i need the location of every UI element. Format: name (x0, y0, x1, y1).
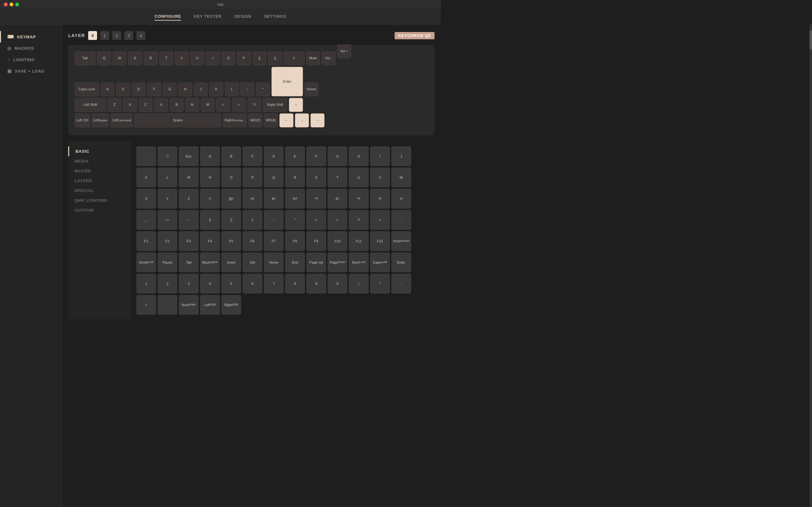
sidebar-item-save-load[interactable]: ▣ SAVE + LOAD (0, 65, 61, 77)
picker-key-o[interactable]: O (221, 168, 241, 187)
key-r[interactable]: R (144, 51, 158, 65)
picker-key-t[interactable]: T (328, 168, 347, 187)
picker-key-a[interactable]: A (200, 147, 220, 166)
picker-key-f9[interactable]: F9 (306, 231, 326, 251)
picker-key-3[interactable]: 3 (179, 274, 199, 293)
picker-key-7[interactable]: 7 (264, 274, 284, 293)
picker-cat-qmk[interactable]: QMK LIGHTING (68, 195, 130, 205)
key-y[interactable]: Y (175, 51, 189, 65)
key-comma[interactable]: <, (216, 98, 230, 112)
key-left-command[interactable]: LeftCommand (110, 113, 133, 127)
picker-key-print-screen[interactable]: PrintScreen (392, 231, 411, 251)
key-backslash[interactable]: |\ (284, 51, 305, 65)
layer-btn-3[interactable]: 3 (124, 31, 133, 40)
key-mute[interactable]: Mute (306, 51, 320, 65)
picker-cat-macro[interactable]: MACRO (68, 166, 130, 176)
picker-key-v[interactable]: V (370, 168, 390, 187)
key-arrow-up[interactable]: ↑ (289, 98, 303, 112)
key-arrow-left[interactable]: ← (280, 113, 293, 127)
key-home[interactable]: Home (305, 82, 318, 96)
picker-key-m[interactable]: M (179, 168, 199, 187)
picker-cat-custom[interactable]: CUSTOM (68, 205, 130, 215)
picker-key-f11[interactable]: F11 (349, 231, 368, 251)
picker-key-left-shift[interactable]: LeftShift (200, 295, 220, 315)
picker-key-caret-6[interactable]: ^6 (306, 189, 326, 209)
picker-cat-media[interactable]: MEDIA (68, 156, 130, 166)
tab-key-tester[interactable]: KEY TESTER (194, 13, 222, 20)
key-p[interactable]: P (237, 51, 251, 65)
picker-key-5[interactable]: 5 (221, 274, 241, 293)
picker-key-c[interactable]: C (243, 147, 262, 166)
picker-key-0[interactable]: 0 (328, 274, 347, 293)
key-left-shift[interactable]: Left Shift (74, 98, 106, 112)
key-vol-minus[interactable]: Vol - (322, 51, 336, 65)
picker-key-comma[interactable]: , (392, 210, 411, 230)
layer-btn-2[interactable]: 2 (112, 31, 121, 40)
picker-key-numplus[interactable]: + (136, 295, 156, 315)
picker-key-4[interactable]: 4 (200, 274, 220, 293)
picker-key-page-down[interactable]: PageDown (328, 252, 347, 272)
picker-cat-layers[interactable]: LAYERS (68, 176, 130, 186)
picker-key-h[interactable]: H (349, 147, 368, 166)
picker-key-6[interactable]: 6 (243, 274, 262, 293)
picker-key-numdot[interactable]: . (158, 295, 177, 315)
picker-key-y[interactable]: Y (158, 189, 177, 209)
key-semicolon[interactable]: :; (241, 82, 254, 96)
picker-key-d[interactable]: D (264, 147, 284, 166)
key-g[interactable]: G (163, 82, 177, 96)
key-left-option[interactable]: LeftOption (92, 113, 109, 127)
picker-key-w[interactable]: W (392, 168, 411, 187)
picker-key-page-up[interactable]: Page Up (306, 252, 326, 272)
close-button[interactable] (4, 3, 8, 6)
key-c[interactable]: C (139, 98, 153, 112)
picker-key-numstar[interactable]: * (370, 274, 390, 293)
key-mo4[interactable]: MO(4) (264, 113, 278, 127)
picker-key-numminus[interactable]: - (392, 274, 411, 293)
picker-key-f10[interactable]: F10 (328, 231, 347, 251)
key-e[interactable]: E (128, 51, 142, 65)
picker-cat-basic[interactable]: BASIC (68, 147, 130, 156)
picker-key-x[interactable]: X (136, 189, 156, 209)
picker-key-f4[interactable]: F4 (200, 231, 220, 251)
picker-key-f12[interactable]: F12 (370, 231, 390, 251)
picker-key-z[interactable]: Z (179, 189, 199, 209)
picker-key-del[interactable]: Del (243, 252, 262, 272)
picker-key-empty[interactable] (136, 147, 156, 166)
picker-key-f5[interactable]: F5 (221, 231, 241, 251)
picker-key-num-enter[interactable]: NumEnter (179, 295, 199, 315)
picker-key-colon-semi[interactable]: :; (264, 210, 284, 230)
key-o[interactable]: O (221, 51, 235, 65)
key-period[interactable]: >. (232, 98, 246, 112)
picker-key-plus-equal[interactable]: += (158, 210, 177, 230)
picker-key-k[interactable]: K (136, 168, 156, 187)
key-right-command[interactable]: RightComma... (223, 113, 247, 127)
picker-key-f6[interactable]: F6 (243, 231, 262, 251)
picker-key-amp-7[interactable]: &7 (328, 189, 347, 209)
key-n[interactable]: N (185, 98, 199, 112)
picker-key-9[interactable]: 9 (306, 274, 326, 293)
picker-key-esc[interactable]: Esc (179, 147, 199, 166)
picker-key-under-minus[interactable]: _- (136, 210, 156, 230)
key-j[interactable]: J (194, 82, 208, 96)
picker-key-b[interactable]: B (221, 147, 241, 166)
picker-key-end[interactable]: End (285, 252, 305, 272)
key-w[interactable]: W (113, 51, 126, 65)
picker-key-insert[interactable]: Insert (221, 252, 241, 272)
key-rbracket[interactable]: }] (268, 51, 282, 65)
picker-key-rcurly-rbracket[interactable]: }] (221, 210, 241, 230)
key-v[interactable]: V (154, 98, 168, 112)
picker-key-f[interactable]: F (306, 147, 326, 166)
key-b[interactable]: B (170, 98, 184, 112)
picker-key-tilde-grave[interactable]: ~` (179, 210, 199, 230)
key-space[interactable]: Space (134, 113, 221, 127)
key-slash[interactable]: ?/ (247, 98, 261, 112)
key-caps[interactable]: Caps Lock (74, 82, 99, 96)
picker-key-at-2[interactable]: @2 (221, 189, 241, 209)
key-enter[interactable]: Enter (271, 67, 303, 96)
key-f[interactable]: F (147, 82, 161, 96)
picker-key-nabla[interactable]: ▽ (158, 147, 177, 166)
picker-key-q[interactable]: Q (264, 168, 284, 187)
picker-key-lcurly-lbracket[interactable]: {[ (200, 210, 220, 230)
maximize-button[interactable] (15, 3, 19, 6)
key-x[interactable]: X (123, 98, 137, 112)
